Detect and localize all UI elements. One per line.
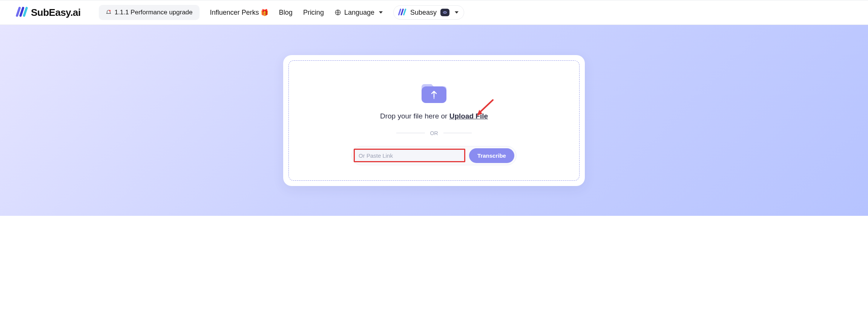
svg-point-4 (434, 98, 434, 98)
globe-icon (334, 9, 341, 16)
bell-icon (106, 9, 112, 15)
nav-influencer[interactable]: Influencer Perks🎁 (210, 9, 268, 17)
upgrade-text: 1.1.1 Performance upgrade (115, 9, 193, 16)
arrow-annotation-icon (475, 98, 494, 117)
brand-logo-icon (15, 6, 28, 19)
paste-link-input[interactable] (355, 150, 464, 161)
upgrade-pill[interactable]: 1.1.1 Performance upgrade (99, 5, 199, 20)
main-header: SubEasy.ai 1.1.1 Performance upgrade Inf… (0, 0, 868, 25)
divider-line (396, 133, 425, 133)
or-divider: OR (396, 130, 472, 136)
user-logo-icon (397, 8, 406, 17)
brand-logo-group[interactable]: SubEasy.ai (15, 6, 81, 19)
chevron-down-icon (455, 11, 459, 14)
svg-point-0 (109, 10, 110, 11)
user-menu[interactable]: Subeasy (393, 5, 464, 20)
brand-name: SubEasy.ai (31, 7, 81, 18)
or-label: OR (430, 130, 438, 136)
divider-line (443, 133, 472, 133)
upload-card: Drop your file here or Upload File OR Tr… (283, 55, 585, 186)
chevron-down-icon (379, 11, 383, 14)
language-label: Language (344, 9, 374, 17)
transcribe-button[interactable]: Transcribe (469, 148, 514, 163)
gift-icon: 🎁 (261, 9, 268, 17)
user-name: Subeasy (410, 9, 437, 17)
nav-blog[interactable]: Blog (279, 9, 293, 17)
link-input-highlight (354, 149, 465, 162)
hero-section: Drop your file here or Upload File OR Tr… (0, 25, 868, 216)
svg-point-2 (445, 12, 445, 13)
drop-prefix: Drop your file here or (380, 112, 449, 120)
nav-influencer-label: Influencer Perks (210, 9, 259, 17)
dropzone[interactable]: Drop your file here or Upload File OR Tr… (288, 60, 580, 181)
drop-text: Drop your file here or Upload File (380, 112, 488, 120)
nav-pricing[interactable]: Pricing (303, 9, 324, 17)
language-selector[interactable]: Language (334, 9, 383, 17)
link-input-row: Transcribe (351, 146, 517, 165)
user-badge-icon (440, 9, 449, 16)
folder-upload-icon (421, 80, 447, 103)
